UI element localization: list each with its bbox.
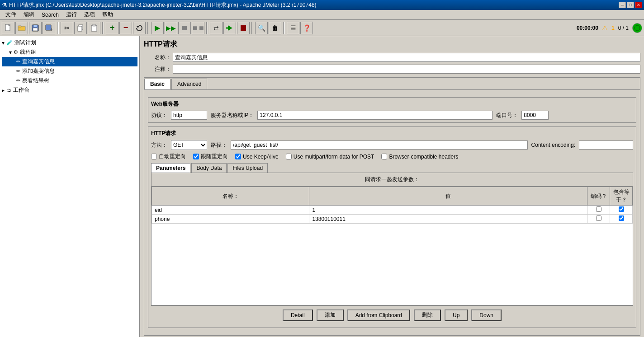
menu-run[interactable]: 运行 (62, 10, 80, 19)
menu-search[interactable]: Search (38, 11, 62, 19)
svg-point-18 (635, 25, 640, 31)
name-input[interactable] (173, 53, 640, 62)
param-row-0: eid 1 (152, 206, 633, 215)
name-label: 名称： (144, 54, 171, 61)
path-input[interactable] (231, 140, 528, 150)
param-encoded-1[interactable] (587, 215, 610, 224)
param-encoded-0[interactable] (587, 206, 610, 215)
open-button[interactable] (15, 22, 28, 34)
web-server-section: Web服务器 协议： 服务器名称或IP： 端口号： (148, 97, 636, 123)
stop-button[interactable]: ⏹ (178, 22, 191, 34)
param-include-0[interactable] (610, 206, 633, 215)
svg-rect-6 (33, 28, 38, 31)
menu-edit[interactable]: 编辑 (20, 10, 38, 19)
inner-tab-parameters[interactable]: Parameters (151, 163, 190, 173)
add-from-clipboard-button[interactable]: Add from Clipboard (347, 309, 410, 321)
keepalive-label: Use KeepAlive (243, 154, 279, 160)
method-select[interactable]: GET POST PUT DELETE (171, 140, 207, 150)
menu-bar: 文件 编辑 Search 运行 选项 帮助 (0, 10, 644, 20)
save-as-button[interactable]: + (43, 22, 55, 34)
menu-options[interactable]: 选项 (80, 10, 99, 19)
tree-item-workbench[interactable]: ▸ 🗂 工作台 (2, 85, 137, 95)
app-icon: ⚗ (2, 2, 7, 9)
thread-group-icon: ⚙ (14, 49, 18, 55)
tab-basic[interactable]: Basic (144, 79, 170, 89)
view-results-icon: ✏ (16, 78, 20, 84)
multipart-checkbox[interactable] (286, 154, 292, 159)
tree-item-test-plan[interactable]: ▾ 🧪 测试计划 (2, 38, 137, 47)
param-name-0[interactable]: eid (152, 206, 309, 215)
port-input[interactable] (521, 111, 549, 120)
web-server-title: Web服务器 (151, 100, 633, 108)
maximize-button[interactable]: □ (627, 2, 634, 8)
add-param-button[interactable]: 添加 (317, 309, 344, 321)
list-button[interactable]: ☰ (287, 22, 299, 34)
follow-redirect-label: 跟随重定向 (201, 153, 228, 160)
inner-tab-body-data[interactable]: Body Data (191, 163, 227, 173)
minimize-button[interactable]: ─ (619, 2, 626, 8)
keepalive-check[interactable]: Use KeepAlive (235, 154, 279, 160)
remove-button[interactable]: − (119, 22, 132, 34)
comment-input[interactable] (173, 65, 640, 74)
browser-headers-check[interactable]: Browser-compatible headers (381, 154, 458, 160)
new-button[interactable] (2, 22, 14, 34)
expand-icon-wb: ▸ (2, 87, 5, 94)
keepalive-checkbox[interactable] (235, 154, 241, 159)
stop-now-button[interactable]: ⏹⏹ (192, 22, 204, 34)
server-input[interactable] (257, 111, 492, 120)
follow-redirect-checkbox[interactable] (193, 154, 199, 159)
remote-start-button[interactable] (223, 22, 236, 34)
save-button[interactable] (29, 22, 42, 34)
encoding-input[interactable] (579, 140, 633, 150)
inner-tabs-container: Parameters Body Data Files Upload 同请求一起发… (151, 163, 633, 325)
paste-button[interactable] (88, 22, 100, 34)
svg-marker-15 (228, 25, 232, 31)
close-button[interactable]: ✕ (635, 2, 642, 8)
server-label: 服务器名称或IP： (211, 112, 254, 119)
search-button[interactable]: 🔍 (255, 22, 268, 34)
help-button[interactable]: ❓ (300, 22, 313, 34)
col-encoded: 编码？ (587, 187, 610, 206)
add-guest-label: 添加嘉宾信息 (22, 67, 55, 75)
follow-redirect-check[interactable]: 跟随重定向 (193, 153, 228, 160)
param-value-1[interactable]: 13800110011 (309, 215, 587, 224)
param-name-1[interactable]: phone (152, 215, 309, 224)
param-include-1[interactable] (610, 215, 633, 224)
start-no-pause-button[interactable]: ▶▶ (165, 22, 177, 34)
inner-tab-files-upload[interactable]: Files Upload (227, 163, 268, 173)
auto-redirect-check[interactable]: 自动重定向 (151, 153, 186, 160)
remote-stop-button[interactable] (237, 22, 250, 34)
delete-button[interactable]: 删除 (414, 309, 441, 321)
detail-button[interactable]: Detail (283, 309, 313, 321)
svg-point-16 (226, 27, 228, 29)
tab-advanced[interactable]: Advanced (171, 79, 207, 89)
tree-item-view-results[interactable]: ✏ 察看结果树 (2, 76, 137, 85)
http-request-section: HTTP请求 方法： GET POST PUT DELETE 路径： (148, 126, 636, 328)
param-empty-space (152, 224, 633, 305)
toggle-button[interactable]: ⇄ (210, 22, 223, 34)
down-button[interactable]: Down (471, 309, 502, 321)
method-path-row: 方法： GET POST PUT DELETE 路径： Content enco… (151, 140, 633, 150)
menu-help[interactable]: 帮助 (99, 10, 117, 19)
reset-button[interactable] (133, 22, 146, 34)
copy-button[interactable] (74, 22, 87, 34)
cut-button[interactable]: ✂ (61, 22, 73, 34)
tree-item-query-guest[interactable]: ✏ 查询嘉宾信息 (2, 57, 137, 66)
bottom-buttons: Detail 添加 Add from Clipboard 删除 Up Down (151, 305, 633, 325)
multipart-check[interactable]: Use multipart/form-data for POST (286, 154, 374, 160)
browser-headers-checkbox[interactable] (381, 154, 387, 159)
add-button[interactable]: + (106, 22, 118, 34)
up-button[interactable]: Up (445, 309, 468, 321)
tree-item-thread-group[interactable]: ▾ ⚙ 线程组 (2, 47, 137, 57)
menu-file[interactable]: 文件 (2, 10, 20, 19)
protocol-input[interactable] (171, 111, 207, 120)
start-button[interactable]: ▶ (151, 22, 164, 34)
query-guest-icon: ✏ (16, 59, 20, 65)
auto-redirect-checkbox[interactable] (151, 154, 157, 159)
clear-button[interactable]: 🗑 (269, 22, 281, 34)
svg-text:+: + (50, 26, 53, 32)
name-row: 名称： (144, 53, 640, 62)
param-value-0[interactable]: 1 (309, 206, 587, 215)
browser-headers-label: Browser-compatible headers (389, 154, 458, 160)
tree-item-add-guest[interactable]: ✏ 添加嘉宾信息 (2, 66, 137, 76)
